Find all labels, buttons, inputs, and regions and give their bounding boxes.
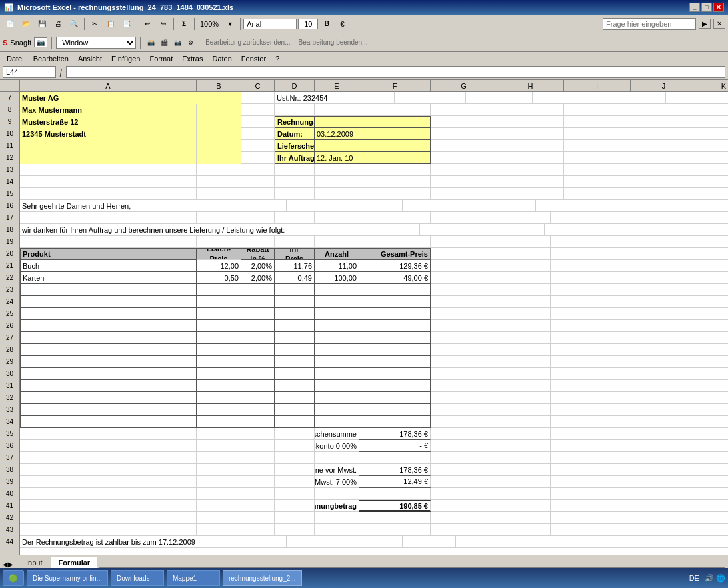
grid-cell[interactable]: [20, 500, 197, 512]
cut-button[interactable]: ✂: [87, 17, 102, 31]
grid-cell[interactable]: [564, 140, 617, 152]
grid-cell[interactable]: [197, 164, 241, 176]
grid-cell[interactable]: [241, 320, 275, 332]
col-header-c[interactable]: C: [241, 80, 275, 91]
grid-cell[interactable]: [431, 488, 497, 500]
grid-cell[interactable]: [431, 188, 497, 200]
maximize-button[interactable]: □: [701, 3, 712, 12]
grid-cell[interactable]: [315, 404, 359, 416]
grid-cell[interactable]: [564, 176, 617, 188]
grid-cell[interactable]: [359, 524, 431, 536]
grid-cell[interactable]: [359, 416, 431, 428]
grid-cell[interactable]: [197, 92, 241, 104]
paste-button[interactable]: 📑: [119, 17, 134, 31]
grid-cell[interactable]: [275, 164, 315, 176]
grid-cell[interactable]: 0,50: [197, 272, 241, 284]
grid-cell[interactable]: Musterstraße 12: [20, 116, 197, 128]
grid-cell[interactable]: [20, 356, 197, 368]
grid-cell[interactable]: [431, 452, 497, 464]
grid-cell[interactable]: [315, 176, 359, 188]
grid-cell[interactable]: [241, 116, 275, 128]
grid-cell[interactable]: [359, 128, 431, 140]
grid-cell[interactable]: [275, 464, 315, 476]
grid-cell[interactable]: [431, 440, 497, 452]
grid-cell[interactable]: [497, 344, 551, 356]
grid-cell[interactable]: [241, 404, 275, 416]
grid-cell[interactable]: [241, 284, 275, 296]
copy-button[interactable]: 📋: [103, 17, 118, 31]
grid-cell[interactable]: [241, 104, 275, 116]
grid-cell[interactable]: Gesamt-Preis: [359, 248, 431, 260]
grid-cell[interactable]: Rabatt in %: [241, 248, 275, 260]
grid-cell[interactable]: [497, 152, 564, 164]
grid-cell[interactable]: [197, 284, 241, 296]
grid-cell[interactable]: [197, 524, 241, 536]
grid-cell[interactable]: [275, 296, 315, 308]
col-header-h[interactable]: H: [497, 80, 564, 91]
grid-cell[interactable]: [197, 188, 241, 200]
grid-cell[interactable]: [20, 344, 197, 356]
grid-cell[interactable]: [431, 140, 497, 152]
grid-cell[interactable]: [497, 332, 551, 344]
grid-cell[interactable]: [431, 104, 497, 116]
grid-cell[interactable]: [315, 380, 359, 392]
grid-cell[interactable]: [197, 140, 241, 152]
print-button[interactable]: 🖨: [51, 17, 65, 31]
grid-cell[interactable]: [420, 224, 491, 236]
formula-input[interactable]: [66, 66, 725, 78]
grid-cell[interactable]: [241, 428, 275, 440]
grid-cell[interactable]: [431, 512, 497, 524]
grid-cell[interactable]: [359, 320, 431, 332]
grid-cell[interactable]: [241, 308, 275, 320]
grid-cell[interactable]: [359, 236, 431, 248]
function-icon[interactable]: ƒ: [59, 67, 63, 77]
grid-cell[interactable]: [497, 500, 551, 512]
grid-cell[interactable]: [497, 176, 564, 188]
grid-cell[interactable]: 190,85 €: [359, 500, 431, 512]
grid-cell[interactable]: [564, 128, 617, 140]
grid-cell[interactable]: [431, 428, 497, 440]
grid-cell[interactable]: 178,36 €: [359, 428, 431, 440]
col-header-f[interactable]: F: [359, 80, 431, 91]
grid-cell[interactable]: 11,00: [315, 260, 359, 272]
menu-extras[interactable]: Extras: [178, 53, 207, 64]
grid-cell[interactable]: [359, 404, 431, 416]
grid-cell[interactable]: [197, 488, 241, 500]
grid-cell[interactable]: [197, 440, 241, 452]
bold-button[interactable]: B: [319, 17, 334, 31]
grid-cell[interactable]: [197, 128, 241, 140]
col-header-b[interactable]: B: [197, 80, 241, 91]
tab-next-btn[interactable]: ▶: [8, 561, 13, 568]
grid-cell[interactable]: [197, 404, 241, 416]
grid-cell[interactable]: [497, 476, 551, 488]
grid-cell[interactable]: [315, 236, 359, 248]
grid-cell[interactable]: [497, 416, 551, 428]
grid-cell[interactable]: [20, 308, 197, 320]
grid-cell[interactable]: [403, 200, 469, 212]
grid-cell[interactable]: [533, 92, 599, 104]
grid-cell[interactable]: wir danken für Ihren Auftrag und berechn…: [20, 224, 420, 236]
grid-cell[interactable]: Summe vor Mwst.: [315, 464, 359, 476]
menu-daten[interactable]: Daten: [208, 53, 235, 64]
taskbar-item-downloads[interactable]: Downloads: [111, 570, 164, 586]
grid-cell[interactable]: [241, 296, 275, 308]
grid-cell[interactable]: [497, 164, 564, 176]
col-header-g[interactable]: G: [431, 80, 497, 91]
grid-cell[interactable]: [431, 476, 497, 488]
grid-cell[interactable]: [275, 212, 315, 224]
grid-cell[interactable]: [431, 464, 497, 476]
grid-cell[interactable]: [197, 344, 241, 356]
snag-btn4[interactable]: ⚙: [185, 37, 197, 49]
grid-cell[interactable]: 2,00%: [241, 260, 275, 272]
grid-cell[interactable]: [197, 212, 241, 224]
grid-cell[interactable]: [197, 476, 241, 488]
grid-cell[interactable]: [497, 296, 551, 308]
grid-cell[interactable]: [241, 524, 275, 536]
grid-cell[interactable]: [497, 284, 551, 296]
grid-cell[interactable]: [359, 164, 431, 176]
grid-cell[interactable]: Mwst. 7,00%: [315, 476, 359, 488]
grid-cell[interactable]: Zwischensumme: [315, 428, 359, 440]
grid-cell[interactable]: [497, 260, 551, 272]
grid-cell[interactable]: 11,76: [275, 260, 315, 272]
grid-cell[interactable]: 12,49 €: [359, 476, 431, 488]
